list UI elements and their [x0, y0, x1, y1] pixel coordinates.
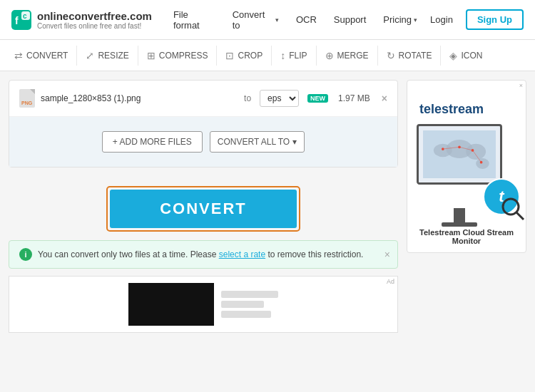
- chevron-down-icon: ▾: [414, 16, 417, 24]
- monitor-base: [442, 222, 477, 227]
- resize-icon: ⤢: [86, 50, 94, 61]
- convert-all-wrapper: CONVERT ALL TO ▾: [210, 131, 305, 153]
- toolbar-crop[interactable]: ⊡ CROP: [217, 46, 272, 66]
- logo-subtitle: Convert files online free and fast!: [37, 22, 152, 30]
- nav-pricing[interactable]: Pricing ▾: [376, 10, 424, 29]
- rate-link[interactable]: select a rate: [219, 249, 265, 259]
- remove-file-button[interactable]: ×: [382, 93, 387, 104]
- toolbar-flip[interactable]: ↕ FLIP: [272, 46, 316, 66]
- svg-point-9: [476, 158, 489, 169]
- monitor-map: [423, 130, 496, 178]
- format-select[interactable]: eps png jpg pdf svg: [260, 90, 299, 107]
- main-content: PNG sample_1280×853 (1).png to eps png j…: [0, 71, 535, 341]
- bottom-ad: Ad: [9, 276, 398, 333]
- toolbar-convert[interactable]: ⇄ CONVERT: [6, 46, 77, 66]
- magnifier-icon: [501, 197, 526, 222]
- svg-text:telestream: telestream: [419, 102, 484, 116]
- header-actions: Login Sign Up: [424, 9, 524, 30]
- convert-button-wrapper: CONVERT: [9, 175, 398, 240]
- new-badge: NEW: [307, 94, 328, 103]
- toolbar-compress[interactable]: ⊞ COMPRESS: [138, 46, 218, 66]
- nav-support[interactable]: Support: [327, 10, 374, 29]
- monitor-illustration: t: [417, 124, 516, 210]
- nav-file-format[interactable]: File format: [166, 5, 223, 35]
- chevron-down-icon: ▾: [275, 16, 279, 24]
- flip-icon: ↕: [280, 50, 285, 61]
- toolbar-resize[interactable]: ⤢ RESIZE: [77, 46, 138, 66]
- login-button[interactable]: Login: [424, 11, 459, 28]
- logo-title: onlineconvertfree.com: [37, 10, 152, 22]
- rotate-icon: ↻: [387, 50, 395, 61]
- monitor-screen: [417, 124, 502, 185]
- crop-icon: ⊡: [225, 50, 234, 61]
- map-svg: [423, 130, 496, 178]
- close-banner-button[interactable]: ×: [384, 249, 390, 260]
- merge-icon: ⊕: [325, 50, 334, 61]
- convert-button-outer: CONVERT: [106, 186, 300, 232]
- drop-area: + ADD MORE FILES CONVERT ALL TO ▾: [9, 117, 397, 167]
- convert-button[interactable]: CONVERT: [110, 190, 297, 228]
- svg-text:c: c: [23, 12, 27, 20]
- add-more-files-button[interactable]: + ADD MORE FILES: [102, 131, 203, 153]
- right-panel: × telestream: [407, 80, 526, 333]
- monitor-stand: [454, 208, 465, 222]
- ad-caption: Telestream Cloud Stream Monitor: [414, 228, 519, 245]
- ad-image: [128, 283, 214, 326]
- info-text: You can convert only two files at a time…: [38, 249, 363, 259]
- toolbar-rotate[interactable]: ↻ ROTATE: [378, 46, 442, 66]
- ad-close-icon[interactable]: ×: [519, 82, 523, 89]
- toolbar-icon[interactable]: ◈ ICON: [441, 46, 491, 66]
- convert-icon: ⇄: [14, 50, 23, 61]
- converter-box: PNG sample_1280×853 (1).png to eps png j…: [9, 80, 398, 167]
- svg-text:f: f: [15, 15, 19, 26]
- nav-ocr[interactable]: OCR: [289, 10, 324, 29]
- file-name: sample_1280×853 (1).png: [41, 93, 238, 103]
- file-icon: PNG: [19, 89, 35, 108]
- toolbar: ⇄ CONVERT ⤢ RESIZE ⊞ COMPRESS ⊡ CROP ↕ F…: [0, 40, 535, 71]
- nav-convert-to[interactable]: Convert to ▾: [225, 5, 286, 35]
- svg-point-8: [466, 144, 486, 160]
- ad-text-area: [221, 291, 278, 318]
- to-label: to: [244, 93, 251, 103]
- brand-logo: telestream: [417, 98, 516, 118]
- info-banner: i You can convert only two files at a ti…: [9, 240, 398, 269]
- compress-icon: ⊞: [147, 50, 156, 61]
- left-panel: PNG sample_1280×853 (1).png to eps png j…: [9, 80, 398, 333]
- logo[interactable]: f c onlineconvertfree.com Convert files …: [11, 10, 152, 30]
- logo-icon: f c: [11, 10, 31, 30]
- svg-line-18: [516, 212, 524, 220]
- signup-button[interactable]: Sign Up: [466, 9, 524, 30]
- chevron-down-icon: ▾: [292, 137, 297, 147]
- icon-icon: ◈: [449, 50, 457, 61]
- main-nav: File format Convert to ▾ OCR Support Pri…: [166, 5, 424, 35]
- ad-label: Ad: [387, 278, 394, 285]
- brand-logo-area: telestream: [417, 98, 516, 120]
- svg-point-17: [503, 199, 519, 215]
- convert-all-button[interactable]: CONVERT ALL TO ▾: [210, 131, 305, 153]
- file-size: 1.97 MB: [338, 93, 370, 103]
- toolbar-merge[interactable]: ⊕ MERGE: [317, 46, 378, 66]
- file-row: PNG sample_1280×853 (1).png to eps png j…: [9, 81, 397, 117]
- right-ad: × telestream: [407, 80, 526, 253]
- ad-content: telestream: [407, 81, 526, 252]
- header: f c onlineconvertfree.com Convert files …: [0, 0, 535, 40]
- info-icon: i: [19, 248, 32, 261]
